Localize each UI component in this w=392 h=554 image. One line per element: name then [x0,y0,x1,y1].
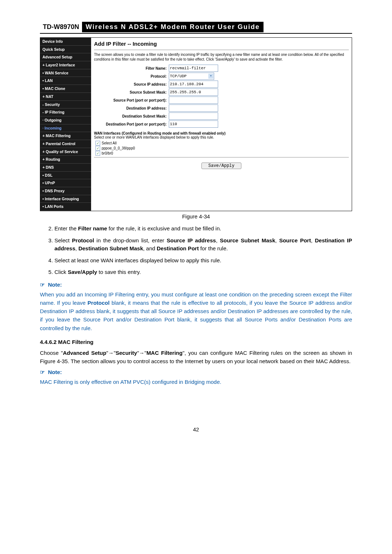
note-body: When you add an Incoming IP Filtering en… [40,290,352,332]
divider [94,50,349,50]
page-number: 42 [40,426,352,432]
divider [94,157,349,157]
dest-ip-label: Destination IP address: [94,106,169,110]
filter-name-label: Filter Name: [94,66,169,70]
checkbox[interactable]: ✓ [95,151,100,156]
note-heading: ☞ Note: [40,369,352,376]
nav-item[interactable]: NAT [40,93,91,101]
wan-title: WAN Interfaces (Configured in Routing mo… [94,131,349,135]
source-mask-input[interactable] [169,89,218,96]
figure-label: Figure 4-34 [40,213,352,219]
source-mask-label: Source Subnet Mask: [94,90,169,94]
checkbox-row: ✓br0/br0 [95,151,349,156]
protocol-select[interactable]: TCP/UDP ▾ [169,73,214,80]
dest-mask-input[interactable] [169,112,218,120]
doc-title: Wireless N ADSL2+ Modem Router User Guid… [82,22,264,32]
checkbox-row: ✓Select All [95,141,349,145]
note-heading: ☞ Note: [40,282,352,288]
step-2: Enter the Filter name for the rule, it i… [54,225,352,233]
dest-mask-label: Destination Subnet Mask: [94,114,169,118]
nav-item[interactable]: Device Info [40,38,91,46]
source-ip-input[interactable] [169,81,218,88]
steps-list: Enter the Filter name for the rule, it i… [40,225,352,276]
note-body: MAC Filtering is only effective on ATM P… [40,378,352,386]
save-apply-button[interactable]: Save/Apply [201,163,241,169]
filter-name-input[interactable] [169,65,218,72]
nav-item[interactable]: Advanced Setup [40,53,91,61]
nav-item[interactable]: IP Filtering [40,108,91,116]
nav-item[interactable]: Routing [40,156,91,164]
checkbox-row: ✓pppoe_0_0_38/ppp0 [95,146,349,151]
dest-port-label: Destination Port (port or port:port): [94,122,169,126]
nav-item[interactable]: MAC Clone [40,85,91,93]
nav-item[interactable]: Interface Grouping [40,195,91,203]
step-4: Select at least one WAN interfaces displ… [54,257,352,265]
nav-item[interactable]: Outgoing [40,116,91,124]
pointing-hand-icon: ☞ [40,369,46,376]
form-description: The screen allows you to create a filter… [94,52,349,62]
form-heading: Add IP Filter -- Incoming [94,41,349,47]
nav-item[interactable]: Incoming [40,124,91,132]
source-port-label: Source Port (port or port:port): [94,98,169,102]
nav-item[interactable]: Parental Control [40,140,91,148]
protocol-value: TCP/UDP [170,74,187,78]
nav-item[interactable]: Quick Setup [40,46,91,54]
dest-port-input[interactable] [169,120,218,128]
checkbox-label: br0/br0 [102,151,113,155]
nav-item[interactable]: WAN Service [40,69,91,77]
checkbox[interactable]: ✓ [95,141,100,145]
page-header: TD-W8970N Wireless N ADSL2+ Modem Router… [40,22,352,34]
wan-desc: Select one or more WAN/LAN interfaces di… [94,135,349,139]
model-number: TD-W8970N [40,22,82,32]
dest-ip-input[interactable] [169,104,218,112]
nav-item[interactable]: Security [40,101,91,109]
checkbox[interactable]: ✓ [95,146,100,151]
source-ip-label: Source IP address: [94,82,169,86]
step-5: Click Save/Apply to save this entry. [54,268,352,276]
source-port-input[interactable] [169,97,218,104]
checkbox-label: pppoe_0_0_38/ppp0 [102,146,135,150]
nav-item[interactable]: DSL [40,172,91,180]
checkbox-label: Select All [102,141,117,145]
nav-item[interactable]: Layer2 Interface [40,61,91,69]
router-content: Add IP Filter -- Incoming The screen all… [91,38,352,211]
pointing-hand-icon: ☞ [40,282,46,288]
section-paragraph: Choose "Advanced Setup"→"Security"→"MAC … [40,349,352,366]
nav-item[interactable]: UPnP [40,179,91,187]
nav-item[interactable]: LAN [40,77,91,85]
nav-item[interactable]: MAC Filtering [40,132,91,140]
protocol-label: Protocol: [94,74,169,78]
section-heading: 4.4.6.2 MAC Filtering [40,339,352,345]
nav-item[interactable]: LAN Ports [40,203,91,211]
router-screenshot: Device InfoQuick SetupAdvanced SetupLaye… [40,37,352,211]
nav-item[interactable]: DNS [40,164,91,172]
router-nav: Device InfoQuick SetupAdvanced SetupLaye… [40,38,91,211]
nav-item[interactable]: Quality of Service [40,148,91,156]
chevron-down-icon: ▾ [208,74,213,79]
step-3: Select Protocol in the drop-down list, e… [54,237,352,253]
nav-item[interactable]: DNS Proxy [40,187,91,195]
